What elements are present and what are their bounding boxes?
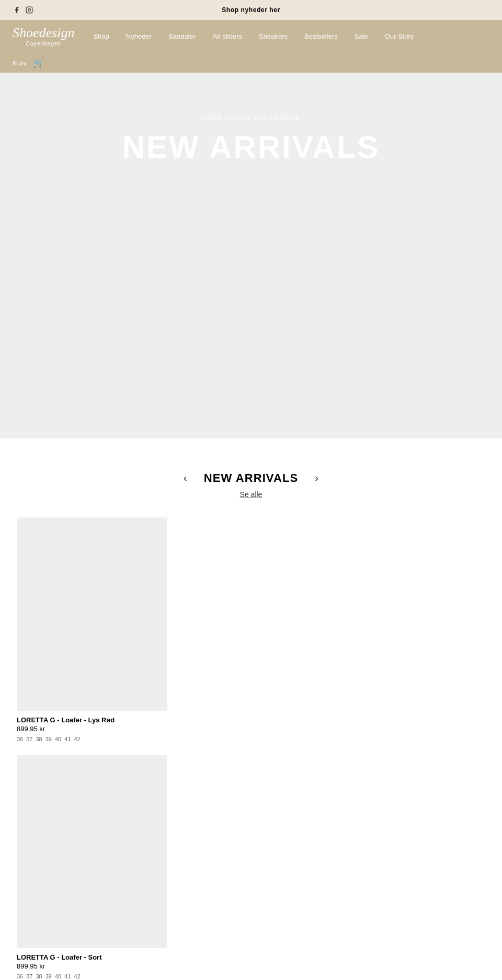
nav-link-air-sliders[interactable]: Air sliders — [204, 22, 250, 51]
hero-section: YOUR UNIQUE EXPERIENCE NEW ARRIVALS — [0, 73, 502, 439]
instagram-icon[interactable] — [25, 6, 33, 14]
cart-icon[interactable]: 🛒 — [33, 57, 44, 68]
hero-title: NEW ARRIVALS — [122, 129, 380, 165]
announcement-bar: Shop nyheder her — [0, 0, 502, 20]
svg-point-2 — [31, 8, 31, 8]
new-arrivals-section: ‹ NEW ARRIVALS › Se alle LORETTA G - Loa… — [0, 439, 502, 980]
size-37-1[interactable]: 37 — [26, 736, 32, 742]
product-price-2: 899,95 kr — [17, 962, 167, 970]
size-36-1[interactable]: 36 — [17, 736, 23, 742]
size-40-1[interactable]: 40 — [55, 736, 61, 742]
announcement-text[interactable]: Shop nyheder her — [222, 6, 280, 14]
nav-kurv-link[interactable]: Kurv — [13, 59, 27, 67]
size-38-1[interactable]: 38 — [36, 736, 42, 742]
nav-link-sale[interactable]: Sale — [346, 22, 376, 51]
size-39-1[interactable]: 39 — [45, 736, 52, 742]
product-card-1[interactable]: LORETTA G - Loafer - Lys Rød 899,95 kr 3… — [8, 511, 176, 748]
nav-link-sneakers[interactable]: Sneakers — [250, 22, 296, 51]
social-icons — [13, 6, 33, 14]
next-arrow[interactable]: › — [311, 470, 323, 486]
nav-link-sandaler[interactable]: Sandaler — [160, 22, 204, 51]
size-38-2[interactable]: 38 — [36, 973, 42, 979]
logo-sub: Copenhagen — [13, 41, 74, 47]
facebook-icon[interactable] — [13, 6, 21, 14]
size-42-1[interactable]: 42 — [74, 736, 81, 742]
size-36-2[interactable]: 36 — [17, 973, 23, 979]
prev-arrow[interactable]: ‹ — [179, 470, 191, 486]
section-title: NEW ARRIVALS — [204, 471, 299, 485]
nav-link-our-story[interactable]: Our Story — [376, 22, 423, 51]
size-39-2[interactable]: 39 — [45, 973, 52, 979]
nav-link-nyheder[interactable]: Nyheder — [118, 22, 160, 51]
product-sizes-2: 36 37 38 39 40 41 42 — [17, 973, 167, 979]
size-42-2[interactable]: 42 — [74, 973, 81, 979]
size-37-2[interactable]: 37 — [26, 973, 32, 979]
nav-link-shop[interactable]: Shop — [85, 22, 117, 51]
hero-subtitle: YOUR UNIQUE EXPERIENCE — [202, 114, 300, 121]
product-price-1: 899,95 kr — [17, 725, 167, 733]
size-41-1[interactable]: 41 — [64, 736, 71, 742]
main-nav: Shoedesign Copenhagen Shop Nyheder Sanda… — [0, 20, 502, 73]
product-card-2[interactable]: LORETTA G - Loafer - Sort 899,95 kr 36 3… — [8, 748, 176, 980]
product-image-1 — [17, 517, 167, 711]
logo-area[interactable]: Shoedesign Copenhagen — [13, 20, 74, 53]
svg-rect-0 — [26, 7, 32, 13]
nav-links: Shop Nyheder Sandaler Air sliders Sneake… — [85, 22, 422, 51]
section-header: ‹ NEW ARRIVALS › — [8, 470, 494, 486]
size-40-2[interactable]: 40 — [55, 973, 61, 979]
product-name-1: LORETTA G - Loafer - Lys Rød — [17, 716, 167, 724]
size-41-2[interactable]: 41 — [64, 973, 71, 979]
svg-point-1 — [28, 9, 31, 11]
nav-bottom-row: Kurv 🛒 — [13, 53, 489, 73]
logo: Shoedesign — [13, 26, 74, 40]
product-sizes-1: 36 37 38 39 40 41 42 — [17, 736, 167, 742]
nav-link-bestsellers[interactable]: Bestsellers — [296, 22, 346, 51]
product-image-2 — [17, 755, 167, 948]
product-name-2: LORETTA G - Loafer - Sort — [17, 953, 167, 961]
product-grid: LORETTA G - Loafer - Lys Rød 899,95 kr 3… — [8, 511, 494, 980]
see-all-link[interactable]: Se alle — [8, 490, 494, 499]
